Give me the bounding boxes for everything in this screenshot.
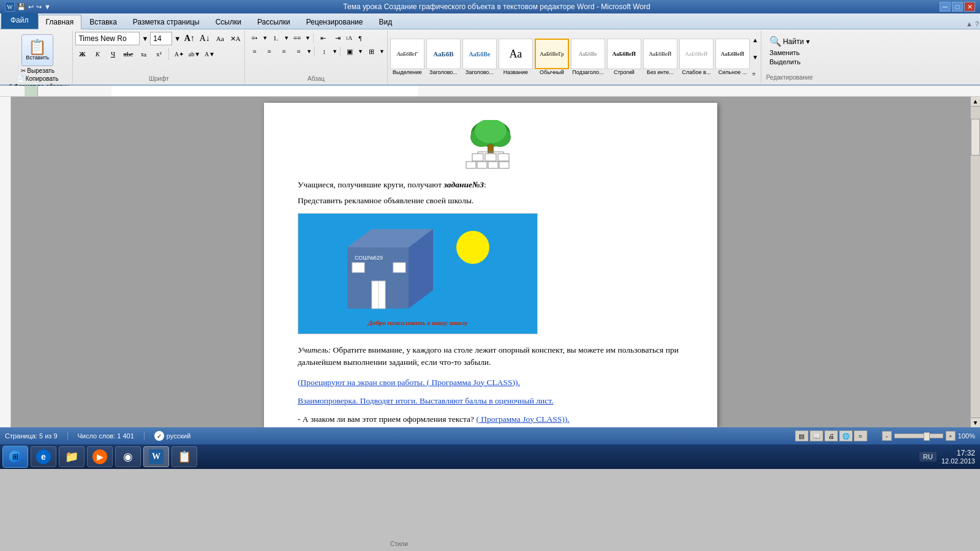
align-right-button[interactable]: ≡	[277, 45, 290, 58]
format-clear-button[interactable]: ✕A	[228, 32, 242, 45]
list-number-button[interactable]: 1.	[269, 32, 282, 44]
select-button[interactable]: Выделить	[769, 58, 810, 66]
style-выделение[interactable]: АаБбВеГ Выделение	[390, 39, 424, 75]
replace-button[interactable]: Заменить	[769, 49, 810, 56]
style-подзаголовок[interactable]: АаБбВе Подзаголо...	[571, 39, 605, 75]
minimize-button[interactable]: ─	[940, 2, 951, 12]
tab-page-layout[interactable]: Разметка страницы	[125, 15, 208, 29]
style-строгий[interactable]: АаБбВеЙ Строгий	[607, 39, 641, 75]
subscript-button[interactable]: х₂	[137, 48, 150, 60]
zoom-out-button[interactable]: -	[882, 431, 892, 441]
quick-access-undo[interactable]: ↩	[28, 3, 34, 11]
style-название[interactable]: Аа Название	[499, 39, 533, 75]
align-center-button[interactable]: ≡	[262, 45, 276, 58]
tab-review[interactable]: Рецензирование	[298, 15, 371, 29]
link1[interactable]: (Проецируют на экран свои работы. ( Прог…	[298, 378, 520, 387]
text-effects-button[interactable]: А✦	[172, 48, 186, 60]
view-normal-button[interactable]: ▤	[795, 430, 809, 441]
paragraph-marks-button[interactable]: ¶	[353, 32, 367, 44]
view-print-button[interactable]: 🖨	[824, 430, 838, 441]
lang-indicator[interactable]: RU	[919, 452, 937, 462]
font-size-input[interactable]: 14	[150, 32, 172, 45]
font-name-input[interactable]: Times New Ro	[75, 32, 140, 45]
style-без-интервала[interactable]: АаБбВеЙ Без инте...	[643, 39, 677, 75]
font-shrink-button[interactable]: A↓	[198, 32, 211, 45]
taskbar-explorer[interactable]: 📁	[59, 446, 85, 467]
tab-references[interactable]: Ссылки	[208, 15, 249, 29]
list-bullet-dropdown[interactable]: ▼	[262, 35, 268, 41]
bold-button[interactable]: Ж	[75, 48, 89, 60]
italic-button[interactable]: К	[91, 48, 104, 60]
style-заголовок1[interactable]: АаБбВ Заголово...	[426, 39, 461, 75]
taskbar-media[interactable]: ▶	[87, 446, 113, 467]
styles-expand[interactable]: ≡	[752, 70, 758, 77]
font-name-dropdown[interactable]: ▼	[141, 35, 148, 42]
quick-access-save[interactable]: 💾	[17, 3, 26, 11]
taskbar-ie[interactable]: e	[31, 446, 56, 467]
tab-mailings[interactable]: Рассылки	[249, 15, 298, 29]
styles-scroll-down[interactable]: ▼	[752, 54, 758, 61]
taskbar-word[interactable]: W	[143, 446, 169, 467]
zoom-slider[interactable]	[894, 433, 943, 438]
scroll-thumb[interactable]	[971, 119, 980, 156]
scroll-down-button[interactable]: ▼	[971, 418, 980, 427]
indent-increase-button[interactable]: ⇥	[331, 32, 344, 44]
font-color-button[interactable]: А▼	[203, 48, 216, 60]
multilevel-dropdown[interactable]: ▼	[305, 35, 311, 41]
style-слабое[interactable]: АаБбВеЙ Слабое в...	[679, 39, 714, 75]
clear-format-button[interactable]: Aa	[213, 32, 227, 45]
view-reading-button[interactable]: 📖	[810, 430, 823, 441]
close-button[interactable]: ✕	[964, 2, 975, 12]
start-button[interactable]: ⊞	[2, 446, 28, 468]
view-web-button[interactable]: 🌐	[839, 430, 853, 441]
question-link[interactable]: ( Программа Joy CLASS)).	[476, 414, 569, 424]
align-left-button[interactable]: ≡	[247, 45, 261, 58]
scroll-up-button[interactable]: ▲	[971, 97, 980, 107]
taskbar-chrome[interactable]: ◉	[115, 446, 141, 467]
ribbon-expand[interactable]: ▲	[966, 20, 973, 28]
justify-button[interactable]: ≡	[292, 45, 305, 58]
find-button[interactable]: 🔍 Найти ▾	[769, 36, 810, 47]
shading-button[interactable]: ▣	[343, 45, 356, 58]
highlight-button[interactable]: ab▼	[187, 48, 201, 60]
clock-area: 17:32 12.02.2013	[941, 449, 975, 465]
svg-rect-25	[393, 263, 405, 272]
link2[interactable]: Взаимопроверка. Подводят итоги. Выставля…	[298, 396, 553, 405]
quick-access-redo[interactable]: ↪	[36, 3, 42, 11]
maximize-button[interactable]: □	[952, 2, 963, 12]
paste-button[interactable]: 📋 Вставить	[21, 34, 53, 66]
view-outline-button[interactable]: ≡	[854, 430, 867, 441]
line-spacing-dropdown[interactable]: ▼	[332, 48, 337, 54]
document-area[interactable]: Учащиеся, получившие круги, получают зад…	[11, 97, 970, 427]
strikethrough-button[interactable]: аЬс	[121, 48, 135, 60]
right-scrollbar[interactable]: ▲ ▼	[970, 97, 980, 427]
font-size-dropdown[interactable]: ▼	[174, 35, 181, 42]
tab-file[interactable]: Файл	[1, 13, 38, 29]
border-dropdown[interactable]: ▼	[379, 48, 385, 54]
tab-insert[interactable]: Вставка	[81, 15, 125, 29]
underline-button[interactable]: Ч	[106, 48, 119, 60]
shading-dropdown[interactable]: ▼	[358, 48, 363, 54]
style-заголовок2[interactable]: АаБбВе Заголово...	[462, 39, 497, 75]
zoom-in-button[interactable]: +	[946, 431, 956, 441]
styles-scroll-up[interactable]: ▲	[752, 37, 758, 43]
font-grow-button[interactable]: A↑	[183, 32, 196, 45]
copy-button[interactable]: 📄 Копировать	[17, 75, 59, 82]
help-icon[interactable]: ?	[975, 20, 979, 28]
superscript-button[interactable]: х²	[152, 48, 165, 60]
style-сильное[interactable]: АаБбВеЙ Сильное ...	[715, 39, 750, 75]
cut-button[interactable]: ✂ Вырезать	[21, 67, 55, 74]
list-number-dropdown[interactable]: ▼	[284, 35, 289, 41]
taskbar-other[interactable]: 📋	[172, 446, 197, 467]
list-bullet-button[interactable]: ≡•	[247, 32, 261, 44]
justify-dropdown[interactable]: ▼	[306, 48, 312, 54]
quick-access-dropdown[interactable]: ▼	[44, 3, 51, 10]
tab-home[interactable]: Главная	[38, 15, 82, 29]
border-button[interactable]: ⊞	[364, 45, 378, 58]
indent-decrease-button[interactable]: ⇤	[316, 32, 330, 44]
multilevel-button[interactable]: ≡≡	[290, 32, 304, 44]
tab-view[interactable]: Вид	[371, 15, 400, 29]
line-spacing-button[interactable]: ↕	[317, 45, 331, 58]
sort-button[interactable]: ↕A	[345, 35, 352, 41]
style-обычный[interactable]: АаБбВеГр Обычный	[535, 39, 569, 75]
